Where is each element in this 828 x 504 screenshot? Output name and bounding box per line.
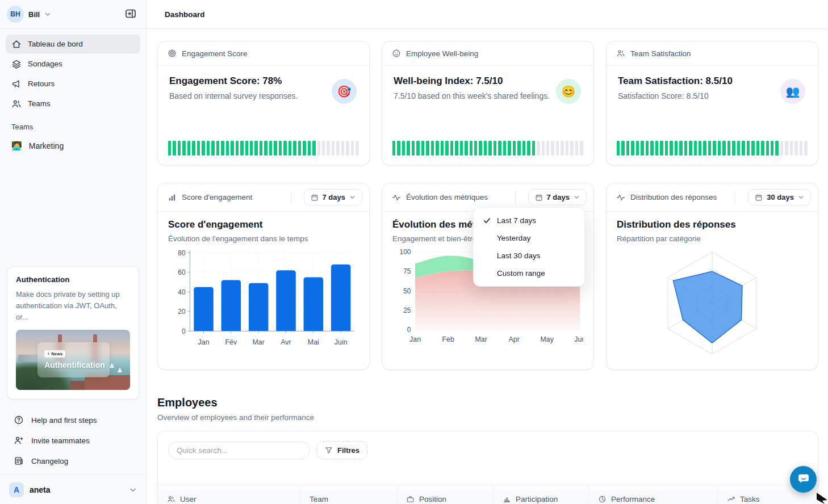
- briefcase-icon: [406, 495, 415, 503]
- sidebar-item-marketing[interactable]: 🧑‍💻 Marketing: [6, 136, 140, 156]
- card-header: Engagement Score: [158, 41, 369, 66]
- spark-bar: [283, 141, 286, 156]
- menu-item-label: Custom range: [497, 269, 545, 278]
- header-divider: [735, 192, 735, 203]
- sidebar-item-changelog[interactable]: Changelog: [0, 451, 146, 471]
- svg-text:40: 40: [178, 288, 186, 296]
- employees-table-header: User Team Position: [158, 485, 818, 504]
- date-range-button[interactable]: 7 days: [304, 189, 362, 205]
- spark-bar: [732, 141, 735, 156]
- column-header-position[interactable]: Position: [396, 485, 493, 504]
- user-avatar[interactable]: BH: [7, 6, 24, 23]
- menu-item-label: Yesterday: [497, 234, 531, 242]
- sidebar-item-invite[interactable]: Invite teammates: [0, 430, 146, 451]
- spark-bar: [694, 141, 697, 156]
- spark-bar: [790, 141, 793, 156]
- spark-bar: [402, 141, 405, 156]
- menu-item-last-7-days[interactable]: Last 7 days: [474, 212, 584, 229]
- spark-bar: [269, 141, 272, 156]
- spark-bar: [766, 141, 769, 156]
- sailboat-shape: [118, 367, 122, 372]
- user-name[interactable]: Bill: [28, 10, 40, 19]
- engagement-sparkline: [168, 141, 359, 156]
- chart-subtitle: Évolution de l'engagement dans le temps: [168, 234, 359, 243]
- spark-bar: [751, 141, 754, 156]
- spark-bar: [737, 141, 740, 156]
- home-icon: [11, 39, 22, 49]
- technologist-emoji-icon: 🧑‍💻: [11, 141, 22, 151]
- spark-bar: [575, 141, 578, 156]
- menu-item-yesterday[interactable]: Yesterday: [474, 229, 584, 247]
- spark-bar: [655, 141, 658, 156]
- spark-bar: [513, 141, 516, 156]
- column-label: Position: [419, 495, 446, 503]
- spark-bar: [641, 141, 643, 156]
- range-label: 7 days: [323, 193, 345, 201]
- svg-text:50: 50: [403, 287, 411, 295]
- collapse-sidebar-button[interactable]: [122, 6, 139, 23]
- spark-bar: [351, 141, 354, 156]
- chat-launcher-button[interactable]: [790, 466, 817, 493]
- sidebar-item-teams[interactable]: Teams: [6, 94, 140, 113]
- spark-bar: [216, 141, 219, 156]
- date-range-button[interactable]: 30 days: [748, 189, 811, 205]
- user-plus-icon: [14, 435, 24, 446]
- page-title: Dashboard: [165, 10, 205, 19]
- people-emoji-badge: 👥: [780, 79, 805, 104]
- search-input[interactable]: [168, 442, 310, 459]
- svg-text:Avr: Avr: [281, 338, 291, 346]
- svg-text:25: 25: [403, 306, 411, 314]
- sidebar-item-label: Tableau de bord: [28, 40, 83, 48]
- sidebar-item-help[interactable]: Help and first steps: [0, 410, 146, 430]
- bar-chart-icon: [503, 495, 511, 503]
- spark-bar: [675, 141, 678, 156]
- spark-bar: [431, 141, 434, 156]
- column-header-user[interactable]: User: [158, 485, 300, 504]
- spark-bar: [713, 141, 716, 156]
- filters-button[interactable]: Filtres: [317, 441, 367, 459]
- stat-title: Engagement Score: 78%: [169, 75, 358, 87]
- menu-item-last-30-days[interactable]: Last 30 days: [474, 247, 584, 264]
- spark-bar: [742, 141, 745, 156]
- card-header: Score d'engagement 7 days: [158, 183, 369, 212]
- column-label: Participation: [516, 495, 558, 503]
- spark-bar: [684, 141, 687, 156]
- card-body: Distribution des réponses Répartition pa…: [607, 212, 818, 355]
- authentication-promo-card[interactable]: Authentication Make docs private by sett…: [7, 266, 139, 400]
- spark-bar: [308, 141, 311, 156]
- column-label: Performance: [611, 495, 655, 503]
- sidebar-item-dashboard[interactable]: Tableau de bord: [6, 35, 140, 53]
- spark-bar: [804, 141, 807, 156]
- target-emoji-badge: 🎯: [332, 79, 357, 104]
- employees-title: Employees: [157, 396, 818, 409]
- spark-bar: [542, 141, 545, 156]
- workspace-switcher[interactable]: A aneta: [0, 474, 146, 504]
- spark-bar: [274, 141, 277, 156]
- column-header-participation[interactable]: Participation: [493, 485, 588, 504]
- sidebar-nav: Tableau de bord Sondages Retours Teams T…: [0, 29, 146, 156]
- spark-bar: [298, 141, 301, 156]
- date-range-button[interactable]: 7 days: [528, 189, 587, 205]
- engagement-chart-card: Score d'engagement 7 days Score d'engage…: [157, 183, 370, 370]
- spark-bar: [436, 141, 438, 156]
- card-header-label: Employee Well-being: [406, 49, 478, 58]
- spark-bar: [771, 141, 773, 156]
- spark-bar: [264, 141, 267, 156]
- svg-text:0: 0: [407, 326, 411, 334]
- spark-bar: [494, 141, 496, 156]
- badge-plus-mark: +: [47, 351, 49, 356]
- chevron-down-icon: [798, 194, 804, 200]
- sidebar-item-feedback[interactable]: Retours: [6, 74, 140, 93]
- sidebar-item-label: Retours: [28, 79, 55, 88]
- column-header-team[interactable]: Team: [300, 485, 396, 504]
- calendar-icon: [535, 194, 543, 201]
- spark-bar: [785, 141, 788, 156]
- sidebar-item-surveys[interactable]: Sondages: [6, 54, 140, 73]
- svg-text:75: 75: [403, 267, 411, 275]
- spark-bar: [303, 141, 306, 156]
- spark-bar: [221, 141, 224, 156]
- column-header-performance[interactable]: Performance: [588, 485, 717, 504]
- menu-item-custom-range[interactable]: Custom range: [474, 264, 584, 282]
- svg-text:Jan: Jan: [409, 335, 421, 343]
- funnel-icon: [325, 446, 333, 454]
